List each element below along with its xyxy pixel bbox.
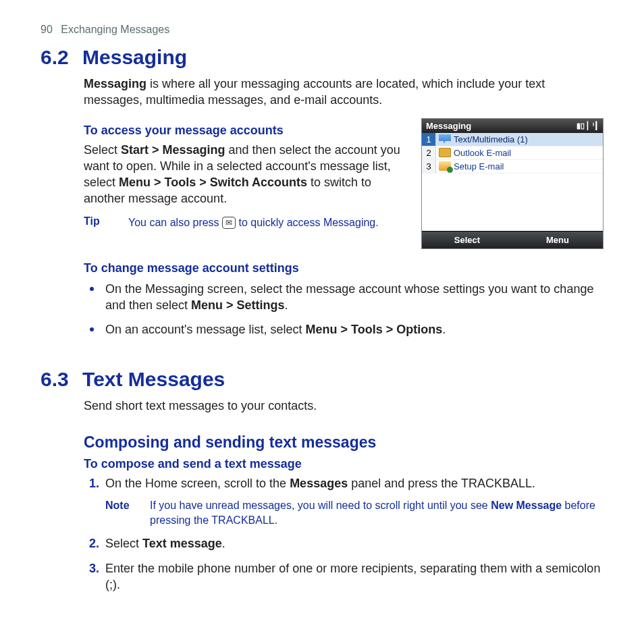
access-row: To access your message accounts Select S… bbox=[84, 118, 603, 249]
device-account-list: 1 Text/Multimedia (1) 2 Outlook E-mail 3… bbox=[422, 133, 603, 231]
tip-pre: You can also press bbox=[128, 217, 222, 228]
access-text: Select bbox=[84, 143, 121, 157]
step-text: . bbox=[222, 537, 225, 550]
step-1: On the Home screen, scroll to the Messag… bbox=[103, 475, 603, 527]
access-paragraph: Select Start > Messaging and then select… bbox=[84, 142, 409, 207]
mail-key-icon: ✉ bbox=[222, 217, 236, 229]
step-bold: Text message bbox=[142, 537, 222, 550]
row-number: 1 bbox=[422, 133, 436, 146]
section-body: Messaging is where all your messaging ac… bbox=[84, 76, 603, 338]
section-heading-6-2: 6.2 Messaging bbox=[41, 46, 603, 69]
intro-text: is where all your messaging accounts are… bbox=[84, 77, 545, 107]
note-row: Note If you have unread messages, you wi… bbox=[105, 498, 603, 527]
section-number: 6.2 bbox=[41, 46, 69, 68]
change-settings-heading: To change message account settings bbox=[84, 261, 603, 275]
change-settings-list: On the Messaging screen, select the mess… bbox=[84, 279, 603, 338]
bullet-text: On the Messaging screen, select the mess… bbox=[105, 282, 593, 312]
device-screenshot: Messaging ▮▯ ▏ᴵ┃ 1 Text/Multimedia (1) 2 bbox=[421, 118, 603, 249]
subsection-heading: Composing and sending text messages bbox=[84, 433, 603, 452]
section-number: 6.3 bbox=[41, 368, 69, 390]
section-title: Text Messages bbox=[82, 368, 225, 390]
row-label: Setup E-mail bbox=[454, 160, 504, 173]
step-text: Select bbox=[105, 537, 142, 550]
section-heading-6-3: 6.3 Text Messages bbox=[41, 368, 603, 391]
device-titlebar: Messaging ▮▯ ▏ᴵ┃ bbox=[422, 119, 603, 133]
bullet-text: . bbox=[285, 298, 288, 312]
tip-text: You can also press ✉ to quickly access M… bbox=[128, 215, 409, 230]
row-label: Text/Multimedia (1) bbox=[454, 133, 528, 146]
section-title: Messaging bbox=[82, 46, 187, 68]
softkey-select[interactable]: Select bbox=[422, 231, 512, 248]
access-heading: To access your message accounts bbox=[84, 124, 409, 138]
bullet-item: On the Messaging screen, select the mess… bbox=[103, 279, 603, 314]
device-row-2[interactable]: 2 Outlook E-mail bbox=[422, 146, 603, 160]
intro-bold: Messaging bbox=[84, 77, 146, 90]
section-body-63: Send short text messages to your contact… bbox=[84, 398, 603, 593]
setup-mail-icon bbox=[439, 161, 451, 171]
step-3: Enter the mobile phone number of one or … bbox=[103, 560, 603, 593]
row-number: 3 bbox=[422, 160, 436, 173]
row-label: Outlook E-mail bbox=[454, 146, 511, 159]
chapter-title: Exchanging Messages bbox=[61, 24, 169, 35]
step-bold: Messages bbox=[290, 477, 348, 490]
note-label: Note bbox=[105, 498, 136, 527]
softkey-menu[interactable]: Menu bbox=[512, 231, 603, 248]
note-text: If you have unread messages, you will ne… bbox=[150, 498, 603, 527]
bullet-bold: Menu > Tools > Options bbox=[306, 323, 443, 336]
tip-row: Tip You can also press ✉ to quickly acce… bbox=[84, 215, 409, 230]
note-bold: New Message bbox=[491, 500, 562, 511]
access-text-col: To access your message accounts Select S… bbox=[84, 118, 409, 230]
note-pre: If you have unread messages, you will ne… bbox=[150, 500, 491, 511]
bullet-bold: Menu > Settings bbox=[191, 298, 285, 312]
bullet-item: On an account's message list, select Men… bbox=[103, 320, 603, 338]
access-bold-1: Start > Messaging bbox=[121, 143, 225, 157]
tip-post: to quickly access Messaging. bbox=[236, 217, 379, 228]
steps-list: On the Home screen, scroll to the Messag… bbox=[84, 475, 603, 593]
tip-label: Tip bbox=[84, 215, 115, 230]
bullet-text: . bbox=[442, 323, 446, 336]
access-bold-2: Menu > Tools > Switch Accounts bbox=[119, 176, 307, 189]
device-softkey-bar: Select Menu bbox=[422, 231, 603, 248]
outlook-icon bbox=[439, 148, 451, 157]
row-number: 2 bbox=[422, 146, 436, 159]
compose-heading: To compose and send a text message bbox=[84, 457, 603, 471]
page-header: 90 Exchanging Messages bbox=[41, 24, 603, 36]
manual-page: 90 Exchanging Messages 6.2 Messaging Mes… bbox=[0, 0, 644, 628]
device-title: Messaging bbox=[426, 121, 576, 131]
signal-icon: ▏ᴵ┃ bbox=[587, 122, 599, 130]
intro-63: Send short text messages to your contact… bbox=[84, 398, 603, 414]
step-2: Select Text message. bbox=[103, 535, 603, 552]
device-status-icons: ▮▯ ▏ᴵ┃ bbox=[576, 122, 599, 130]
sms-icon bbox=[439, 134, 451, 144]
bullet-text: On an account's message list, select bbox=[105, 323, 306, 336]
step-text: panel and press the TRACKBALL. bbox=[348, 477, 535, 490]
device-row-1[interactable]: 1 Text/Multimedia (1) bbox=[422, 133, 603, 146]
step-text: On the Home screen, scroll to the bbox=[105, 477, 290, 490]
device-row-3[interactable]: 3 Setup E-mail bbox=[422, 160, 603, 173]
intro-paragraph: Messaging is where all your messaging ac… bbox=[84, 76, 603, 109]
battery-icon: ▮▯ bbox=[576, 122, 585, 130]
page-number: 90 bbox=[41, 24, 53, 35]
